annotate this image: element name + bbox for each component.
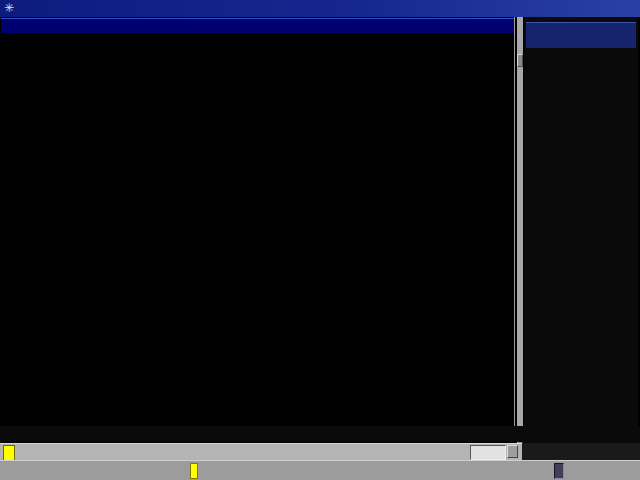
phase-noise-chart xyxy=(0,0,640,480)
e5052a-application-window: ✳ xyxy=(0,0,640,480)
